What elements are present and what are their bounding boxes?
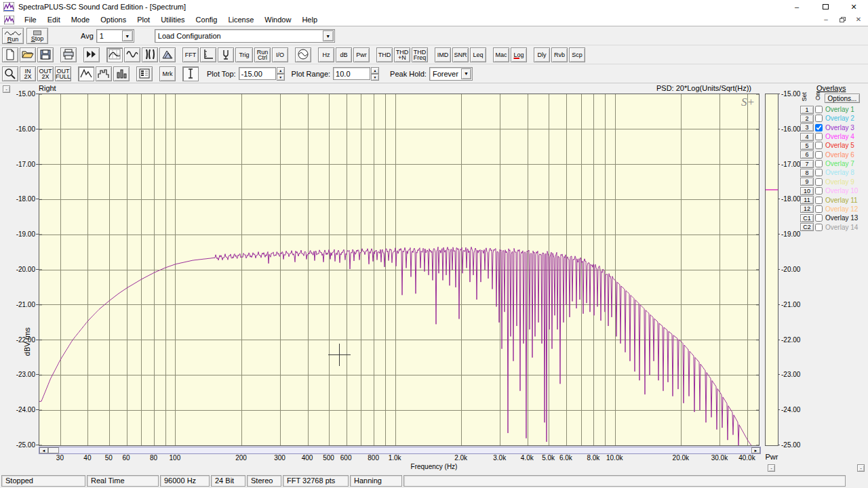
spin-up-icon[interactable]: ▲ xyxy=(277,67,285,74)
open-button[interactable] xyxy=(20,47,36,62)
timer-button[interactable] xyxy=(295,47,311,62)
horizontal-scrollbar[interactable]: ◄ ► xyxy=(39,447,761,454)
menu-window[interactable]: Window xyxy=(259,14,296,25)
overlay-checkbox-7[interactable] xyxy=(815,160,823,167)
overlay-set-button-7[interactable]: 7 xyxy=(800,160,814,168)
save-button[interactable] xyxy=(37,47,54,62)
overlay-set-button-C1[interactable]: C1 xyxy=(800,214,814,222)
fft-button[interactable]: FFT xyxy=(182,47,199,62)
overlay-checkbox-C2[interactable] xyxy=(815,224,823,231)
overlay-checkbox-8[interactable] xyxy=(815,169,823,176)
io-button[interactable]: I/O xyxy=(272,47,288,62)
zoom-out-2x-button[interactable]: OUT 2X xyxy=(37,66,54,81)
peak-plot-button[interactable] xyxy=(78,66,94,81)
overlay-set-button-6[interactable]: 6 xyxy=(800,150,814,159)
scroll-left-icon[interactable]: ◄ xyxy=(39,447,48,453)
overlay-checkbox-10[interactable] xyxy=(815,187,823,195)
mdi-minimize-button[interactable]: – xyxy=(819,14,833,24)
overlay-set-button-8[interactable]: 8 xyxy=(800,169,814,177)
scroll-right-icon[interactable]: ► xyxy=(751,447,760,453)
menu-utilities[interactable]: Utilities xyxy=(155,14,190,25)
skyline-plot-button[interactable] xyxy=(96,66,112,81)
peak-hold-combo[interactable]: Forever ▼ xyxy=(429,67,473,81)
minimize-button[interactable]: – xyxy=(783,0,811,14)
run-button[interactable]: Run xyxy=(2,28,24,44)
maximize-button[interactable] xyxy=(811,0,840,14)
scale-button[interactable] xyxy=(200,47,216,62)
log-button[interactable]: Log xyxy=(511,47,527,62)
overlay-set-button-C2[interactable]: C2 xyxy=(800,223,814,231)
snr-button[interactable]: SNR xyxy=(452,47,469,62)
overlay-checkbox-6[interactable] xyxy=(815,151,823,159)
bars-plot-button[interactable] xyxy=(113,66,130,81)
overlay-set-button-1[interactable]: 1 xyxy=(800,106,814,114)
pane-minimize-button[interactable]: - xyxy=(768,464,775,472)
menu-file[interactable]: File xyxy=(19,14,42,25)
generator-button[interactable] xyxy=(218,47,234,62)
menu-help[interactable]: Help xyxy=(296,14,323,25)
fast-forward-button[interactable] xyxy=(83,47,100,62)
zoom-out-full-button[interactable]: OUT FULL xyxy=(55,66,71,81)
plot-range-spinner[interactable]: ▲▼ xyxy=(371,67,379,81)
overlay-set-button-3[interactable]: 3 xyxy=(800,123,814,131)
thdfreq-button[interactable]: THD Freq xyxy=(412,47,428,62)
scp-button[interactable]: Scp xyxy=(569,47,585,62)
chevron-down-icon[interactable]: ▼ xyxy=(461,68,471,79)
overlay-set-button-4[interactable]: 4 xyxy=(800,133,814,141)
print-button[interactable] xyxy=(60,47,77,62)
surface-view-button[interactable] xyxy=(159,47,176,62)
db-button[interactable]: dB xyxy=(336,47,352,62)
overlays-options-button[interactable]: Options... xyxy=(825,94,860,103)
menu-config[interactable]: Config xyxy=(191,14,223,25)
plot-top-spinner[interactable]: ▲▼ xyxy=(277,67,285,81)
avg-combo[interactable]: 1 ▼ xyxy=(96,29,134,43)
chevron-down-icon[interactable]: ▼ xyxy=(122,30,133,41)
overlay-checkbox-3[interactable] xyxy=(815,124,823,131)
menu-options[interactable]: Options xyxy=(95,14,132,25)
overlay-checkbox-9[interactable] xyxy=(815,178,823,186)
leq-button[interactable]: Leq xyxy=(470,47,486,62)
dly-button[interactable]: Dly xyxy=(534,47,550,62)
menu-plot[interactable]: Plot xyxy=(132,14,155,25)
marker-button[interactable]: Mrk xyxy=(159,66,176,81)
pane-minimize-button[interactable]: - xyxy=(857,464,865,472)
overlay-checkbox-5[interactable] xyxy=(815,142,823,149)
thdn-button[interactable]: THD +N xyxy=(394,47,410,62)
waveform-view-button[interactable] xyxy=(124,47,140,62)
plot-range-input[interactable] xyxy=(333,67,370,80)
new-button[interactable] xyxy=(2,47,18,62)
overlay-checkbox-12[interactable] xyxy=(815,205,823,213)
overlay-set-button-9[interactable]: 9 xyxy=(800,178,814,186)
scrollbar-track[interactable] xyxy=(59,447,751,453)
close-button[interactable]: ✕ xyxy=(840,0,868,14)
plot-top-input[interactable] xyxy=(239,67,276,80)
trig-button[interactable]: Trig xyxy=(235,47,253,62)
load-configuration-combo[interactable]: Load Configuration ▼ xyxy=(155,29,335,43)
cursor-button[interactable] xyxy=(182,66,199,81)
spectrum-plot[interactable]: S+ xyxy=(39,94,760,446)
overlay-set-button-11[interactable]: 11 xyxy=(800,196,814,204)
mac-button[interactable]: Mac xyxy=(493,47,509,62)
overlay-checkbox-11[interactable] xyxy=(815,197,823,204)
pwr-button[interactable]: Pwr xyxy=(353,47,370,62)
mdi-restore-button[interactable] xyxy=(835,14,849,24)
menu-mode[interactable]: Mode xyxy=(66,14,96,25)
mdi-close-button[interactable]: ✕ xyxy=(852,14,865,24)
zoom-in-2x-button[interactable]: IN 2X xyxy=(20,66,36,81)
spin-down-icon[interactable]: ▼ xyxy=(277,74,285,81)
menu-license[interactable]: License xyxy=(222,14,259,25)
overlay-set-button-12[interactable]: 12 xyxy=(800,205,814,213)
overlay-checkbox-1[interactable] xyxy=(815,106,823,113)
thd-button[interactable]: THD xyxy=(376,47,393,62)
scrollbar-thumb[interactable] xyxy=(48,447,59,453)
zoom-button[interactable] xyxy=(2,66,18,81)
spin-up-icon[interactable]: ▲ xyxy=(371,67,379,74)
menu-edit[interactable]: Edit xyxy=(42,14,66,25)
overlay-checkbox-4[interactable] xyxy=(815,133,823,140)
run-ctrl-button[interactable]: Run Ctrl xyxy=(254,47,271,62)
overlay-set-button-10[interactable]: 10 xyxy=(800,187,814,195)
chevron-down-icon[interactable]: ▼ xyxy=(323,30,334,41)
overlay-checkbox-C1[interactable] xyxy=(815,214,823,222)
spectrogram-view-button[interactable] xyxy=(142,47,158,62)
hz-button[interactable]: Hz xyxy=(318,47,334,62)
